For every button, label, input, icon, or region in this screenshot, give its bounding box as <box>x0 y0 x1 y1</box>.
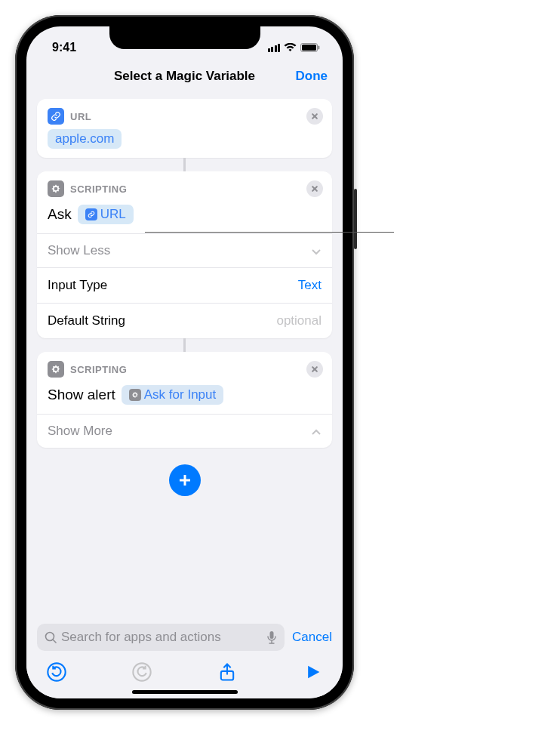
gear-icon <box>129 389 141 401</box>
link-icon <box>85 208 97 220</box>
svg-marker-11 <box>308 666 319 678</box>
svg-point-8 <box>48 663 65 680</box>
phone-frame: 9:41 Select a Magic Variable Done URL <box>15 15 354 710</box>
bottom-bar: Search for apps and actions Cancel <box>26 618 343 698</box>
close-icon[interactable] <box>306 180 323 197</box>
redo-button <box>131 661 152 683</box>
link-icon <box>48 108 64 125</box>
action-card-show-alert[interactable]: SCRIPTING Show alert Ask for Input Show … <box>37 352 332 448</box>
connector <box>183 338 186 352</box>
ask-label: Ask <box>48 206 72 223</box>
svg-rect-1 <box>302 45 316 51</box>
svg-rect-2 <box>318 46 320 50</box>
close-icon[interactable] <box>306 108 323 125</box>
status-right <box>268 43 321 52</box>
status-time: 9:41 <box>52 41 76 54</box>
chevron-up-icon <box>311 426 322 436</box>
action-label: SCRIPTING <box>70 364 127 375</box>
default-string-row[interactable]: Default String optional <box>37 304 332 338</box>
home-indicator <box>132 690 238 694</box>
close-icon[interactable] <box>306 361 323 378</box>
mic-icon[interactable] <box>266 630 277 644</box>
show-more-button[interactable]: Show More <box>37 415 332 448</box>
add-action-button[interactable] <box>169 464 201 496</box>
svg-line-6 <box>53 640 56 643</box>
battery-icon <box>300 43 320 52</box>
url-token[interactable]: apple.com <box>48 129 122 149</box>
connector <box>183 158 186 171</box>
action-card-ask[interactable]: SCRIPTING Ask URL Show Less <box>37 171 332 338</box>
variable-token-url[interactable]: URL <box>78 205 134 224</box>
action-label: SCRIPTING <box>70 183 127 195</box>
screen: 9:41 Select a Magic Variable Done URL <box>26 26 343 698</box>
variable-token-ask-for-input[interactable]: Ask for Input <box>122 385 223 405</box>
gear-icon <box>48 361 64 378</box>
done-button[interactable]: Done <box>296 69 328 84</box>
notch <box>109 26 260 49</box>
svg-rect-7 <box>270 631 274 639</box>
gear-icon <box>48 180 64 197</box>
svg-point-9 <box>133 663 150 680</box>
share-button[interactable] <box>217 661 238 683</box>
show-less-button[interactable]: Show Less <box>37 234 332 267</box>
search-input[interactable]: Search for apps and actions <box>37 624 285 651</box>
input-type-row[interactable]: Input Type Text <box>37 268 332 303</box>
wifi-icon <box>284 43 297 52</box>
undo-button[interactable] <box>46 661 67 683</box>
callout-line <box>145 232 394 233</box>
play-button[interactable] <box>302 661 323 683</box>
search-icon <box>45 631 57 643</box>
search-placeholder: Search for apps and actions <box>61 630 221 645</box>
action-label: URL <box>70 111 91 122</box>
chevron-down-icon <box>311 245 322 256</box>
cellular-icon <box>268 44 281 52</box>
cancel-button[interactable]: Cancel <box>292 630 332 645</box>
nav-bar: Select a Magic Variable Done <box>26 60 343 93</box>
action-card-url[interactable]: URL apple.com <box>37 99 332 158</box>
side-button <box>354 189 357 249</box>
show-alert-label: Show alert <box>48 387 115 403</box>
page-title: Select a Magic Variable <box>114 69 255 84</box>
